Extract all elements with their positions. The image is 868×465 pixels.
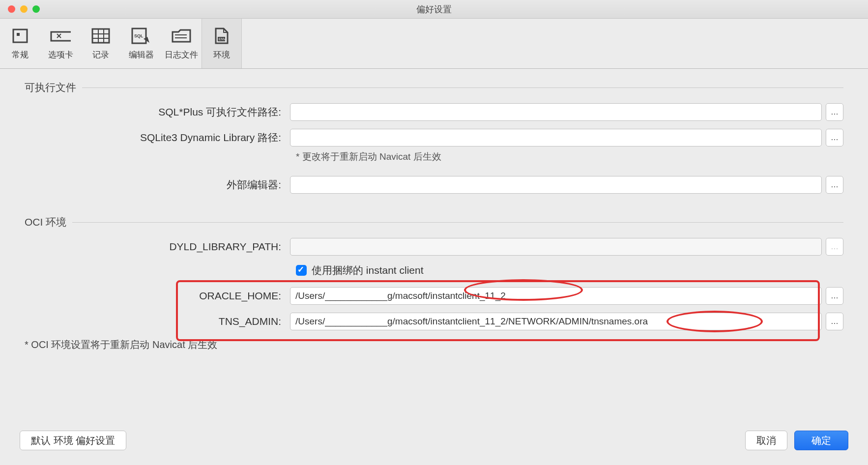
minimize-window-button[interactable] [20,5,28,13]
bundled-instant-client-checkbox[interactable] [296,265,307,276]
dyld-browse-button: … [826,238,843,256]
tns-admin-browse-button[interactable]: … [826,313,843,330]
tab-editor[interactable]: SQL 编辑器 [121,19,161,68]
editor-input[interactable] [290,176,822,194]
sqlplus-label: SQL*Plus 可执行文件路径: [25,105,290,119]
traffic-lights [8,5,40,13]
tab-logfiles[interactable]: 日志文件 [161,19,202,68]
oracle-home-input[interactable] [290,287,822,305]
tab-label: 选项卡 [48,49,73,60]
grid-icon [90,27,111,45]
window-title: 偏好设置 [416,3,452,15]
oracle-home-browse-button[interactable]: … [826,287,843,305]
section-title: OCI 环境 [25,215,66,229]
svg-rect-1 [17,33,20,36]
cancel-button[interactable]: 取消 [745,431,787,450]
editor-row: 外部编辑器: … [25,176,843,194]
tab-records[interactable]: 记录 [81,19,121,68]
oci-note: * OCI 环境设置将于重新启动 Navicat 后生效 [25,338,868,351]
tab-label: 常规 [12,49,29,60]
bundled-checkbox-label: 使用捆绑的 instant client [312,263,424,277]
tab-tabs[interactable]: 选项卡 [40,19,81,68]
ok-button[interactable]: 确定 [794,431,848,450]
footer: 默认 环境 偏好设置 取消 确定 [0,431,868,450]
svg-text:ENV: ENV [219,37,226,41]
sqlplus-input[interactable] [290,103,822,121]
tab-label: 日志文件 [165,49,198,60]
tab-label: 编辑器 [129,49,154,60]
sqlite-browse-button[interactable]: … [826,129,843,146]
oracle-home-row: ORACLE_HOME: … [25,287,843,305]
maximize-window-button[interactable] [32,5,40,13]
tabs-icon [50,27,71,45]
svg-rect-0 [13,29,27,42]
executables-section-header: 可执行文件 [25,81,843,94]
svg-rect-2 [51,32,71,41]
sqlplus-browse-button[interactable]: … [826,103,843,121]
content-area: 可执行文件 SQL*Plus 可执行文件路径: … SQLite3 Dynami… [0,69,868,330]
editor-label: 外部编辑器: [25,178,290,192]
tab-environment[interactable]: ENV 环境 [202,19,242,68]
sqlite-label: SQLite3 Dynamic Library 路径: [25,131,290,145]
bundled-checkbox-row: 使用捆绑的 instant client [296,263,843,277]
folder-icon [171,27,192,45]
tab-label: 记录 [92,49,109,60]
dyld-row: DYLD_LIBRARY_PATH: … [25,238,843,256]
svg-rect-5 [92,29,109,43]
editor-browse-button[interactable]: … [826,176,843,194]
dyld-label: DYLD_LIBRARY_PATH: [25,241,290,253]
sqlplus-row: SQL*Plus 可执行文件路径: … [25,103,843,121]
env-icon: ENV [211,27,232,45]
close-window-button[interactable] [8,5,15,13]
sqlite-hint: * 更改将于重新启动 Navicat 后生效 [296,150,843,163]
dyld-input [290,238,822,256]
tab-general[interactable]: 常规 [0,19,40,68]
section-divider [82,87,843,88]
general-icon [10,27,30,45]
tns-admin-input[interactable] [290,313,822,330]
titlebar: 偏好设置 [0,0,868,19]
svg-text:SQL: SQL [134,33,144,38]
preferences-toolbar: 常规 选项卡 记录 SQL 编辑器 日志文件 ENV 环境 [0,19,868,69]
tab-label: 环境 [213,49,230,60]
tns-admin-label: TNS_ADMIN: [25,316,290,327]
default-preferences-button[interactable]: 默认 环境 偏好设置 [20,431,126,450]
oci-section-header: OCI 环境 [25,215,843,229]
sql-icon: SQL [131,27,151,45]
section-title: 可执行文件 [25,81,76,94]
tns-admin-row: TNS_ADMIN: … [25,313,843,330]
section-divider [72,222,843,223]
oracle-home-label: ORACLE_HOME: [25,290,290,302]
sqlite-input[interactable] [290,129,822,146]
sqlite-row: SQLite3 Dynamic Library 路径: … [25,129,843,146]
